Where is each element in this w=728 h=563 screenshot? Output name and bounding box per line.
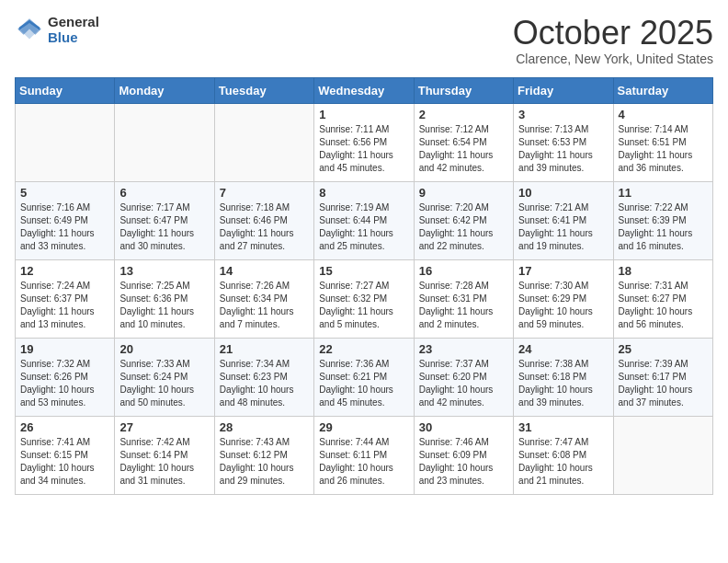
day-info: Sunrise: 7:34 AM Sunset: 6:23 PM Dayligh… (220, 358, 309, 409)
day-info: Sunrise: 7:13 AM Sunset: 6:53 PM Dayligh… (518, 123, 608, 175)
logo-general-text: General (48, 15, 99, 30)
day-info: Sunrise: 7:24 AM Sunset: 6:37 PM Dayligh… (20, 280, 109, 331)
calendar-cell: 7Sunrise: 7:18 AM Sunset: 6:46 PM Daylig… (214, 181, 313, 259)
logo-icon (15, 16, 44, 45)
calendar-cell: 19Sunrise: 7:32 AM Sunset: 6:26 PM Dayli… (16, 338, 115, 416)
day-number: 21 (220, 342, 309, 356)
day-info: Sunrise: 7:28 AM Sunset: 6:31 PM Dayligh… (419, 280, 508, 331)
day-number: 20 (119, 342, 209, 356)
day-info: Sunrise: 7:20 AM Sunset: 6:42 PM Dayligh… (419, 201, 508, 253)
day-number: 12 (20, 264, 109, 278)
calendar-cell: 15Sunrise: 7:27 AM Sunset: 6:32 PM Dayli… (314, 259, 414, 338)
calendar-cell: 16Sunrise: 7:28 AM Sunset: 6:31 PM Dayli… (414, 259, 513, 338)
day-info: Sunrise: 7:47 AM Sunset: 6:08 PM Dayligh… (518, 436, 608, 488)
day-number: 27 (119, 420, 209, 434)
day-number: 11 (619, 186, 708, 200)
day-number: 1 (319, 108, 408, 121)
calendar-cell: 8Sunrise: 7:19 AM Sunset: 6:44 PM Daylig… (314, 181, 414, 259)
calendar-cell: 25Sunrise: 7:39 AM Sunset: 6:17 PM Dayli… (613, 338, 712, 416)
weekday-header-wednesday: Wednesday (314, 77, 414, 103)
day-number: 5 (20, 186, 109, 200)
day-number: 10 (518, 186, 608, 200)
calendar-cell (613, 416, 712, 494)
month-title: October 2025 (513, 15, 713, 52)
day-number: 19 (20, 342, 109, 356)
calendar-cell (16, 103, 115, 181)
calendar-cell: 3Sunrise: 7:13 AM Sunset: 6:53 PM Daylig… (514, 103, 613, 181)
day-number: 4 (619, 108, 708, 121)
weekday-header-tuesday: Tuesday (214, 77, 313, 103)
page-header: General Blue October 2025 Clarence, New … (15, 15, 713, 66)
calendar-week-5: 26Sunrise: 7:41 AM Sunset: 6:15 PM Dayli… (16, 416, 713, 494)
day-info: Sunrise: 7:44 AM Sunset: 6:11 PM Dayligh… (319, 436, 408, 488)
calendar-cell: 4Sunrise: 7:14 AM Sunset: 6:51 PM Daylig… (613, 103, 712, 181)
day-info: Sunrise: 7:22 AM Sunset: 6:39 PM Dayligh… (619, 201, 708, 253)
calendar-cell (115, 103, 214, 181)
day-info: Sunrise: 7:36 AM Sunset: 6:21 PM Dayligh… (319, 358, 408, 409)
calendar-header: SundayMondayTuesdayWednesdayThursdayFrid… (16, 77, 713, 103)
calendar-cell: 12Sunrise: 7:24 AM Sunset: 6:37 PM Dayli… (16, 259, 115, 338)
calendar-cell: 9Sunrise: 7:20 AM Sunset: 6:42 PM Daylig… (414, 181, 513, 259)
day-info: Sunrise: 7:18 AM Sunset: 6:46 PM Dayligh… (220, 201, 309, 253)
calendar-cell: 10Sunrise: 7:21 AM Sunset: 6:41 PM Dayli… (514, 181, 613, 259)
calendar-week-1: 1Sunrise: 7:11 AM Sunset: 6:56 PM Daylig… (16, 103, 713, 181)
logo-text: General Blue (48, 15, 99, 45)
day-info: Sunrise: 7:17 AM Sunset: 6:47 PM Dayligh… (119, 201, 209, 253)
day-info: Sunrise: 7:19 AM Sunset: 6:44 PM Dayligh… (319, 201, 408, 253)
day-number: 8 (319, 186, 408, 200)
calendar-cell: 1Sunrise: 7:11 AM Sunset: 6:56 PM Daylig… (314, 103, 414, 181)
weekday-header-saturday: Saturday (613, 77, 712, 103)
calendar-cell: 20Sunrise: 7:33 AM Sunset: 6:24 PM Dayli… (115, 338, 214, 416)
day-info: Sunrise: 7:39 AM Sunset: 6:17 PM Dayligh… (619, 358, 708, 409)
day-number: 24 (518, 342, 608, 356)
calendar-cell: 30Sunrise: 7:46 AM Sunset: 6:09 PM Dayli… (414, 416, 513, 494)
day-info: Sunrise: 7:37 AM Sunset: 6:20 PM Dayligh… (419, 358, 508, 409)
day-number: 25 (619, 342, 708, 356)
day-info: Sunrise: 7:31 AM Sunset: 6:27 PM Dayligh… (619, 280, 708, 331)
day-number: 22 (319, 342, 408, 356)
calendar-cell: 21Sunrise: 7:34 AM Sunset: 6:23 PM Dayli… (214, 338, 313, 416)
day-info: Sunrise: 7:14 AM Sunset: 6:51 PM Dayligh… (619, 123, 708, 175)
day-info: Sunrise: 7:11 AM Sunset: 6:56 PM Dayligh… (319, 123, 408, 175)
calendar-cell: 6Sunrise: 7:17 AM Sunset: 6:47 PM Daylig… (115, 181, 214, 259)
calendar-cell: 29Sunrise: 7:44 AM Sunset: 6:11 PM Dayli… (314, 416, 414, 494)
day-info: Sunrise: 7:16 AM Sunset: 6:49 PM Dayligh… (20, 201, 109, 253)
day-info: Sunrise: 7:26 AM Sunset: 6:34 PM Dayligh… (220, 280, 309, 331)
calendar-cell (214, 103, 313, 181)
day-number: 15 (319, 264, 408, 278)
calendar-cell: 2Sunrise: 7:12 AM Sunset: 6:54 PM Daylig… (414, 103, 513, 181)
calendar-cell: 28Sunrise: 7:43 AM Sunset: 6:12 PM Dayli… (214, 416, 313, 494)
day-number: 3 (518, 108, 608, 121)
calendar-cell: 5Sunrise: 7:16 AM Sunset: 6:49 PM Daylig… (16, 181, 115, 259)
day-info: Sunrise: 7:12 AM Sunset: 6:54 PM Dayligh… (419, 123, 508, 175)
day-info: Sunrise: 7:30 AM Sunset: 6:29 PM Dayligh… (518, 280, 608, 331)
day-number: 31 (518, 420, 608, 434)
day-info: Sunrise: 7:41 AM Sunset: 6:15 PM Dayligh… (20, 436, 109, 488)
day-number: 17 (518, 264, 608, 278)
day-number: 7 (220, 186, 309, 200)
weekday-header-friday: Friday (514, 77, 613, 103)
calendar-cell: 13Sunrise: 7:25 AM Sunset: 6:36 PM Dayli… (115, 259, 214, 338)
calendar-week-4: 19Sunrise: 7:32 AM Sunset: 6:26 PM Dayli… (16, 338, 713, 416)
day-info: Sunrise: 7:25 AM Sunset: 6:36 PM Dayligh… (119, 280, 209, 331)
day-number: 23 (419, 342, 508, 356)
day-number: 2 (419, 108, 508, 121)
day-info: Sunrise: 7:42 AM Sunset: 6:14 PM Dayligh… (119, 436, 209, 488)
calendar-cell: 23Sunrise: 7:37 AM Sunset: 6:20 PM Dayli… (414, 338, 513, 416)
calendar-cell: 18Sunrise: 7:31 AM Sunset: 6:27 PM Dayli… (613, 259, 712, 338)
day-number: 16 (419, 264, 508, 278)
day-number: 13 (119, 264, 209, 278)
location: Clarence, New York, United States (513, 52, 713, 66)
day-info: Sunrise: 7:46 AM Sunset: 6:09 PM Dayligh… (419, 436, 508, 488)
weekday-header-thursday: Thursday (414, 77, 513, 103)
calendar-cell: 17Sunrise: 7:30 AM Sunset: 6:29 PM Dayli… (514, 259, 613, 338)
day-info: Sunrise: 7:27 AM Sunset: 6:32 PM Dayligh… (319, 280, 408, 331)
day-info: Sunrise: 7:33 AM Sunset: 6:24 PM Dayligh… (119, 358, 209, 409)
day-number: 26 (20, 420, 109, 434)
day-number: 6 (119, 186, 209, 200)
weekday-header-row: SundayMondayTuesdayWednesdayThursdayFrid… (16, 77, 713, 103)
logo: General Blue (15, 15, 99, 45)
day-info: Sunrise: 7:38 AM Sunset: 6:18 PM Dayligh… (518, 358, 608, 409)
calendar-cell: 24Sunrise: 7:38 AM Sunset: 6:18 PM Dayli… (514, 338, 613, 416)
title-block: October 2025 Clarence, New York, United … (513, 15, 713, 66)
